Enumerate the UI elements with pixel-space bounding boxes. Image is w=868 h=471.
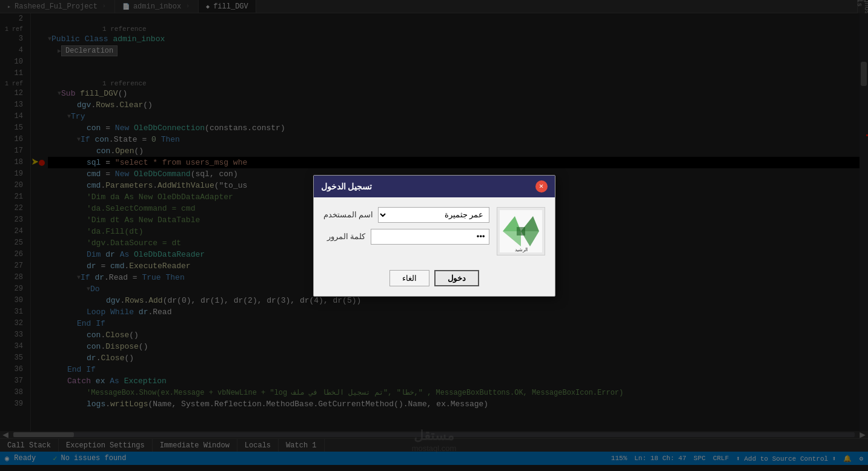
modal-header: ✕ تسجيل الدخول <box>314 176 555 197</box>
modal-close-button[interactable]: ✕ <box>535 180 548 193</box>
password-input[interactable] <box>371 229 489 245</box>
modal-form: عمر جثميرة اسم المستخدم كلمة المرور <box>323 207 489 255</box>
username-row: عمر جثميرة اسم المستخدم <box>323 207 489 223</box>
svg-text:الرشيد: الرشيد <box>514 247 527 252</box>
modal-overlay: ✕ تسجيل الدخول الرشيد <box>0 0 868 471</box>
login-button[interactable]: دخول <box>434 270 479 286</box>
username-label: اسم المستخدم <box>323 210 374 219</box>
password-row: كلمة المرور <box>323 229 489 245</box>
modal-title: تسجيل الدخول <box>321 182 373 191</box>
cancel-button[interactable]: الغاء <box>389 270 429 286</box>
login-modal: ✕ تسجيل الدخول الرشيد <box>313 175 555 297</box>
password-label: كلمة المرور <box>323 232 366 241</box>
modal-body: الرشيد عمر جثميرة اسم المستخدم كلمة المر… <box>314 197 555 265</box>
username-select[interactable]: عمر جثميرة <box>378 207 489 223</box>
modal-buttons: دخول الغاء <box>314 265 555 296</box>
logo-svg: الرشيد <box>500 210 542 252</box>
svg-rect-5 <box>517 227 525 236</box>
modal-logo: الرشيد <box>497 207 545 255</box>
